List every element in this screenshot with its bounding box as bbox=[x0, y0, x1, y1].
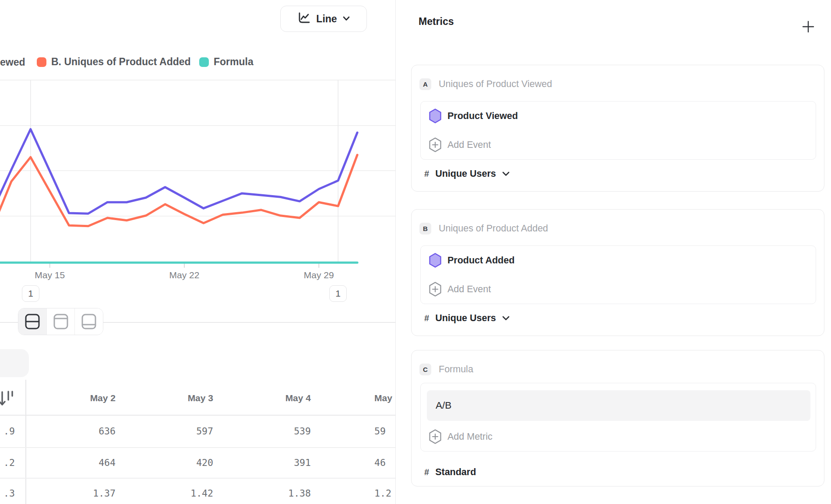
series-line bbox=[0, 129, 357, 214]
table-corner-pill[interactable] bbox=[0, 349, 29, 377]
event-list: Product Viewed Add Event bbox=[420, 101, 816, 160]
x-axis-tick-label: May 22 bbox=[154, 270, 215, 280]
line-chart[interactable] bbox=[0, 0, 395, 289]
table-cell: 597 bbox=[141, 425, 213, 438]
table-header-may4[interactable]: May 4 bbox=[239, 392, 311, 404]
add-event-button[interactable]: Add Event bbox=[421, 130, 816, 159]
hash-icon: # bbox=[424, 313, 429, 323]
layout-table-only-button[interactable] bbox=[74, 308, 103, 335]
table-header-truncated[interactable]: May bbox=[374, 392, 395, 404]
hash-icon: # bbox=[424, 169, 429, 179]
event-row-product-viewed[interactable]: Product Viewed bbox=[421, 102, 816, 130]
table-column-separator bbox=[25, 380, 26, 504]
measurement-selector[interactable]: # Unique Users bbox=[424, 313, 510, 324]
add-event-button[interactable]: Add Event bbox=[421, 275, 816, 304]
measurement-selector[interactable]: # Standard bbox=[424, 467, 476, 478]
metric-title: Uniques of Product Added bbox=[439, 223, 548, 234]
metric-card-c[interactable]: C Formula A/B Add Metric # Standard bbox=[411, 350, 824, 486]
layout-split-button[interactable] bbox=[18, 308, 46, 335]
table-cell: 1.42 bbox=[141, 487, 213, 500]
event-row-product-added[interactable]: Product Added bbox=[421, 246, 816, 275]
table-row-border bbox=[0, 478, 395, 479]
layout-toggle-group bbox=[18, 308, 103, 335]
formula-box: A/B Add Metric bbox=[420, 383, 816, 452]
hexagon-plus-icon bbox=[429, 137, 442, 152]
table-cell: 1.38 bbox=[239, 487, 311, 500]
table-cell: .2 bbox=[0, 457, 15, 469]
chevron-down-icon bbox=[502, 172, 510, 176]
table-cell: 59 bbox=[374, 425, 395, 438]
table-header-border bbox=[0, 415, 395, 416]
metric-card-a[interactable]: A Uniques of Product Viewed Product View… bbox=[411, 65, 824, 192]
table-cell: 539 bbox=[239, 425, 311, 438]
metric-badge-c: C bbox=[419, 364, 431, 375]
gridlines bbox=[0, 80, 395, 216]
table-cell: 420 bbox=[141, 457, 213, 469]
annotation-lines bbox=[31, 80, 338, 263]
series-line bbox=[0, 155, 357, 228]
formula-input[interactable]: A/B bbox=[427, 390, 810, 421]
metric-badge-a: A bbox=[419, 78, 431, 90]
sort-descending-icon[interactable] bbox=[0, 389, 18, 410]
table-cell: 46 bbox=[374, 457, 395, 469]
table-cell: 1.2 bbox=[374, 487, 395, 500]
add-metric-plus-button[interactable] bbox=[801, 19, 816, 34]
table-cell: 464 bbox=[44, 457, 116, 469]
hexagon-plus-icon bbox=[429, 282, 442, 297]
metrics-panel-title: Metrics bbox=[419, 16, 454, 28]
hash-icon: # bbox=[424, 467, 429, 477]
metric-title: Uniques of Product Viewed bbox=[439, 79, 552, 90]
annotation-badge-1[interactable]: 1 bbox=[22, 285, 39, 302]
table-cell: .9 bbox=[0, 425, 15, 438]
chevron-down-icon bbox=[502, 316, 510, 321]
annotation-badge-2[interactable]: 1 bbox=[329, 285, 347, 302]
x-axis-tick-label: May 15 bbox=[19, 270, 81, 280]
event-hexagon-icon bbox=[429, 253, 442, 268]
table-cell: 636 bbox=[44, 425, 116, 438]
x-axis-tick-label: May 29 bbox=[288, 270, 349, 280]
table-header-may2[interactable]: May 2 bbox=[44, 392, 116, 404]
table-cell: .3 bbox=[0, 487, 15, 500]
report-left-section: Line ewed B. Uniques of Product Added Fo… bbox=[0, 0, 395, 504]
metrics-panel: Metrics A Uniques of Product Viewed Prod… bbox=[395, 0, 831, 504]
table-row-border bbox=[0, 447, 395, 448]
table-header-may3[interactable]: May 3 bbox=[141, 392, 213, 404]
metric-title: Formula bbox=[439, 364, 473, 375]
add-metric-button[interactable]: Add Metric bbox=[429, 424, 493, 450]
measurement-selector[interactable]: # Unique Users bbox=[424, 168, 510, 179]
event-hexagon-icon bbox=[429, 108, 442, 123]
layout-chart-only-button[interactable] bbox=[46, 308, 75, 335]
event-list: Product Added Add Event bbox=[420, 245, 816, 304]
table-cell: 1.37 bbox=[44, 487, 116, 500]
metric-badge-b: B bbox=[419, 223, 431, 234]
table-cell: 391 bbox=[239, 457, 311, 469]
metric-card-b[interactable]: B Uniques of Product Added Product Added… bbox=[411, 209, 824, 336]
hexagon-plus-icon bbox=[429, 429, 442, 444]
